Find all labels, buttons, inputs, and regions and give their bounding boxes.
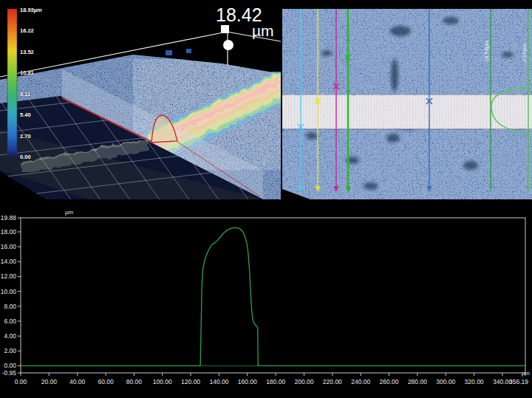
x-axis-unit: µm — [522, 370, 531, 377]
color-scale-bar — [7, 9, 17, 157]
svg-text:356.19: 356.19 — [509, 378, 528, 385]
x-axis-ticks: 0.0020.0040.0060.0080.00100.00120.00140.… — [15, 373, 529, 385]
marker-circle[interactable] — [223, 40, 233, 50]
svg-text:120.00: 120.00 — [181, 378, 200, 385]
panel-microscope-image[interactable]: 18.54µm0.00µm — [282, 9, 532, 199]
color-scale-label: 0.00 — [20, 154, 31, 160]
svg-text:18.00: 18.00 — [1, 228, 17, 236]
color-scale-label: 18.93µm — [20, 7, 42, 13]
svg-text:80.00: 80.00 — [126, 378, 143, 385]
profile-curve — [21, 227, 525, 366]
color-scale-label: 16.22 — [20, 27, 34, 34]
svg-text:100.00: 100.00 — [153, 378, 172, 385]
color-scale-label: 5.40 — [20, 111, 31, 118]
color-scale-label: 13.52 — [20, 49, 34, 55]
3d-surface-render — [0, 0, 281, 199]
metrology-app-window: 18.93µm16.2213.5210.818.115.402.700.00 1… — [0, 0, 532, 398]
svg-text:0.00: 0.00 — [15, 378, 27, 385]
color-scale-label: 10.81 — [20, 69, 34, 76]
svg-text:4.00: 4.00 — [4, 332, 16, 340]
svg-text:14.00: 14.00 — [1, 258, 17, 265]
svg-text:19.88: 19.88 — [1, 214, 17, 222]
y-axis-unit: µm — [65, 209, 74, 216]
svg-text:10.00: 10.00 — [1, 288, 17, 295]
svg-text:240.00: 240.00 — [351, 378, 370, 385]
svg-text:6.00: 6.00 — [4, 318, 16, 325]
svg-text:160.00: 160.00 — [238, 378, 257, 385]
svg-text:-0.95: -0.95 — [2, 369, 17, 377]
svg-text:320.00: 320.00 — [465, 378, 484, 385]
svg-text:140.00: 140.00 — [209, 378, 228, 385]
color-scale-label: 8.11 — [20, 91, 30, 97]
marker-square[interactable] — [221, 25, 229, 33]
y-axis-ticks: 19.8818.0016.0014.0012.0010.008.006.004.… — [1, 214, 21, 377]
svg-text:260.00: 260.00 — [380, 378, 399, 385]
svg-text:200.00: 200.00 — [295, 378, 314, 385]
svg-text:12.00: 12.00 — [1, 272, 17, 280]
svg-text:40.00: 40.00 — [69, 378, 86, 385]
svg-text:280.00: 280.00 — [408, 378, 427, 385]
profile-series — [21, 227, 525, 366]
microscope-image: 18.54µm0.00µm — [282, 9, 532, 199]
svg-text:60.00: 60.00 — [98, 378, 114, 385]
svg-text:8.00: 8.00 — [4, 303, 16, 310]
svg-text:20.00: 20.00 — [41, 378, 58, 385]
svg-text:300.00: 300.00 — [436, 378, 455, 385]
color-scale-label: 2.70 — [20, 133, 31, 140]
height-readout-unit: µm — [252, 22, 274, 40]
line-height-label: 18.54µm — [483, 41, 490, 62]
svg-text:16.00: 16.00 — [1, 243, 17, 250]
plot-frame — [21, 218, 525, 373]
panel-profile-chart[interactable]: µm µm 19.8818.0016.0014.0012.0010.008.00… — [0, 199, 532, 398]
profile-chart: µm µm 19.8818.0016.0014.0012.0010.008.00… — [0, 199, 532, 398]
svg-text:220.00: 220.00 — [323, 378, 342, 385]
svg-text:180.00: 180.00 — [266, 378, 285, 385]
line-height-label: 0.00µm — [521, 44, 528, 62]
svg-text:2.00: 2.00 — [4, 347, 16, 354]
panel-3d-view[interactable]: 18.93µm16.2213.5210.818.115.402.700.00 1… — [0, 0, 281, 199]
svg-text:0.00: 0.00 — [4, 362, 16, 369]
